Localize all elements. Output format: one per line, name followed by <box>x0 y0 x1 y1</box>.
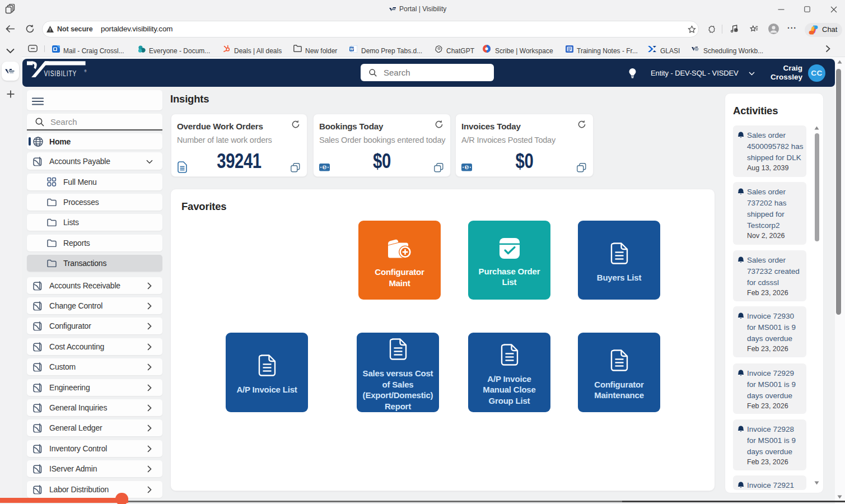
svg-text:®: ® <box>85 69 87 72</box>
svg-text:VISIBILITY: VISIBILITY <box>44 68 77 78</box>
svg-text:W: W <box>350 47 354 51</box>
